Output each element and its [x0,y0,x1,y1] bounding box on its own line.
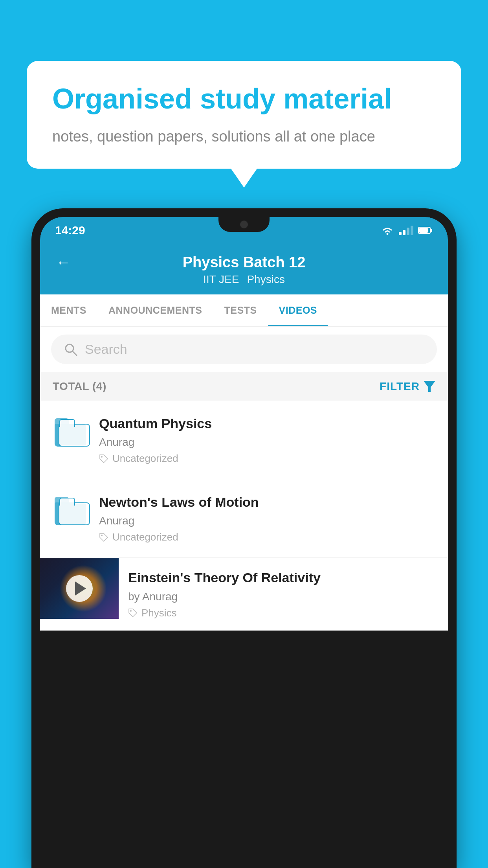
svg-point-7 [101,456,103,458]
header-subtitle: IIT JEE Physics [203,273,285,286]
video-title: Newton's Laws of Motion [99,493,435,511]
video-title: Einstein's Theory Of Relativity [128,569,438,586]
tab-tests[interactable]: TESTS [213,294,268,326]
phone-frame: 14:29 [31,208,457,868]
back-button[interactable]: ← [56,254,71,271]
speech-bubble-heading: Organised study material [52,83,436,115]
svg-point-9 [130,610,132,612]
status-bar: 14:29 [40,217,448,244]
folder-icon [53,493,88,529]
tabs-bar: MENTS ANNOUNCEMENTS TESTS VIDEOS [40,294,448,327]
search-input-wrapper[interactable]: Search [51,335,437,364]
subtitle-left: IIT JEE [203,273,239,286]
speech-bubble-wrapper: Organised study material notes, question… [27,61,461,169]
speech-bubble-subtext: notes, question papers, solutions all at… [52,126,436,147]
filter-icon [424,381,435,392]
list-item[interactable]: Quantum Physics Anurag Uncategorized [40,401,448,479]
status-icons [381,225,433,235]
camera-icon [240,221,248,228]
list-item[interactable]: Einstein's Theory Of Relativity by Anura… [40,558,448,630]
signal-icon [399,226,413,235]
video-info: Newton's Laws of Motion Anurag Uncategor… [99,493,435,543]
filter-button[interactable]: FILTER [380,380,435,393]
page-title: Physics Batch 12 [183,254,306,271]
total-count: TOTAL (4) [53,380,106,393]
play-icon [75,581,86,596]
folder-icon [53,415,88,450]
notch [218,217,270,232]
svg-rect-3 [419,228,428,233]
tag-icon [128,608,138,618]
battery-icon [418,226,433,235]
tag-icon [99,454,108,463]
speech-bubble: Organised study material notes, question… [27,61,461,169]
video-author: by Anurag [128,590,438,603]
tab-ments[interactable]: MENTS [40,294,97,326]
video-author: Anurag [99,436,435,449]
video-title: Quantum Physics [99,415,435,432]
video-info: Quantum Physics Anurag Uncategorized [99,415,435,465]
video-author: Anurag [99,515,435,527]
phone-inner: 14:29 [40,217,448,631]
status-time: 14:29 [55,224,85,237]
tab-announcements[interactable]: ANNOUNCEMENTS [97,294,213,326]
svg-rect-2 [430,229,432,232]
filter-bar: TOTAL (4) FILTER [40,372,448,401]
tag-icon [99,533,108,542]
search-icon [64,342,78,357]
video-info: Einstein's Theory Of Relativity by Anura… [119,558,448,630]
svg-point-8 [101,535,103,536]
svg-point-0 [387,233,389,235]
svg-line-5 [73,351,77,355]
play-button[interactable] [66,575,93,602]
wifi-icon [381,225,394,235]
app-header: ← Physics Batch 12 IIT JEE Physics [40,244,448,294]
tab-videos[interactable]: VIDEOS [268,294,328,326]
video-tag: Uncategorized [99,452,435,465]
video-tag: Uncategorized [99,531,435,543]
video-tag: Physics [128,607,438,619]
subtitle-right: Physics [247,273,284,286]
search-bar: Search [40,327,448,372]
svg-marker-6 [424,381,435,392]
header-top: ← Physics Batch 12 [56,254,432,271]
video-thumbnail [40,558,119,619]
list-item[interactable]: Newton's Laws of Motion Anurag Uncategor… [40,479,448,558]
video-list: Quantum Physics Anurag Uncategorized [40,401,448,631]
search-placeholder: Search [85,342,127,357]
